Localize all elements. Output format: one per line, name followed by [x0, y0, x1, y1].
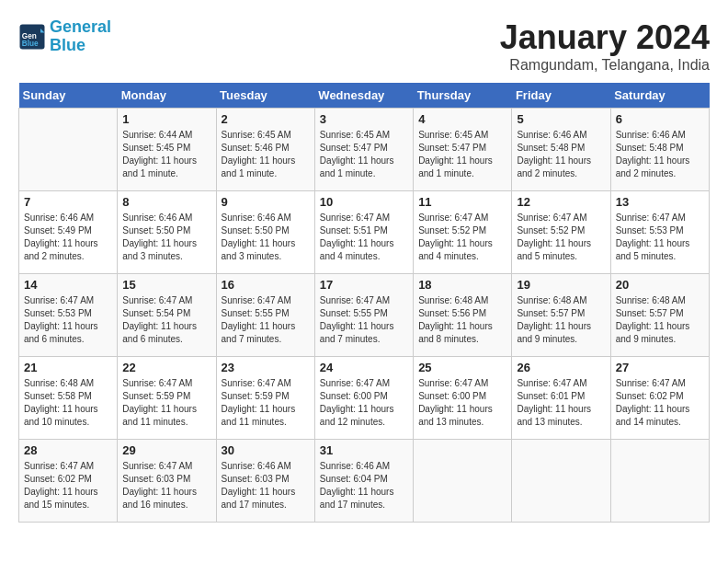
calendar-cell: 2Sunrise: 6:45 AM Sunset: 5:46 PM Daylig… — [216, 109, 314, 191]
calendar-cell: 28Sunrise: 6:47 AM Sunset: 6:02 PM Dayli… — [19, 440, 118, 523]
day-info: Sunrise: 6:46 AM Sunset: 5:50 PM Dayligh… — [222, 212, 310, 263]
day-number: 17 — [320, 278, 408, 292]
calendar-cell: 3Sunrise: 6:45 AM Sunset: 5:47 PM Daylig… — [314, 109, 413, 191]
day-number: 19 — [517, 278, 605, 292]
day-info: Sunrise: 6:46 AM Sunset: 5:49 PM Dayligh… — [24, 212, 112, 263]
day-info: Sunrise: 6:45 AM Sunset: 5:47 PM Dayligh… — [320, 129, 408, 180]
day-info: Sunrise: 6:47 AM Sunset: 5:53 PM Dayligh… — [24, 294, 112, 346]
day-number: 7 — [24, 195, 112, 209]
calendar-cell: 7Sunrise: 6:46 AM Sunset: 5:49 PM Daylig… — [19, 191, 118, 274]
calendar-week-row: 1Sunrise: 6:44 AM Sunset: 5:45 PM Daylig… — [19, 109, 710, 191]
logo: Gen Blue GeneralBlue — [18, 18, 111, 55]
calendar-cell: 5Sunrise: 6:46 AM Sunset: 5:48 PM Daylig… — [512, 109, 610, 191]
day-number: 11 — [418, 195, 506, 209]
day-number: 8 — [122, 195, 210, 209]
calendar-cell: 20Sunrise: 6:48 AM Sunset: 5:57 PM Dayli… — [610, 274, 709, 357]
day-info: Sunrise: 6:47 AM Sunset: 6:00 PM Dayligh… — [320, 377, 408, 429]
day-number: 14 — [24, 278, 112, 292]
calendar-cell: 26Sunrise: 6:47 AM Sunset: 6:01 PM Dayli… — [512, 357, 610, 440]
day-info: Sunrise: 6:44 AM Sunset: 5:45 PM Dayligh… — [122, 129, 210, 180]
day-number: 24 — [320, 361, 408, 374]
weekday-header: Monday — [118, 83, 216, 109]
calendar-table: SundayMondayTuesdayWednesdayThursdayFrid… — [18, 83, 710, 523]
day-number: 3 — [320, 112, 408, 126]
day-number: 28 — [24, 443, 112, 457]
day-info: Sunrise: 6:47 AM Sunset: 5:53 PM Dayligh… — [616, 212, 704, 263]
calendar-cell: 29Sunrise: 6:47 AM Sunset: 6:03 PM Dayli… — [118, 440, 216, 523]
title-block: January 2024 Ramgundam, Telangana, India — [500, 18, 710, 74]
logo-icon: Gen Blue — [18, 23, 46, 51]
weekday-header: Thursday — [414, 83, 512, 109]
page-header: Gen Blue GeneralBlue January 2024 Ramgun… — [18, 18, 710, 74]
svg-text:Blue: Blue — [22, 40, 39, 48]
calendar-cell: 22Sunrise: 6:47 AM Sunset: 5:59 PM Dayli… — [118, 357, 216, 440]
day-info: Sunrise: 6:48 AM Sunset: 5:57 PM Dayligh… — [616, 294, 704, 346]
day-number: 12 — [517, 195, 605, 209]
day-info: Sunrise: 6:47 AM Sunset: 6:03 PM Dayligh… — [122, 460, 210, 511]
calendar-cell: 19Sunrise: 6:48 AM Sunset: 5:57 PM Dayli… — [512, 274, 610, 357]
calendar-cell — [610, 440, 709, 523]
day-number: 16 — [222, 278, 310, 292]
day-number: 25 — [418, 361, 506, 374]
day-number: 9 — [222, 195, 310, 209]
day-number: 10 — [320, 195, 408, 209]
calendar-cell: 1Sunrise: 6:44 AM Sunset: 5:45 PM Daylig… — [118, 109, 216, 191]
day-number: 23 — [222, 361, 310, 374]
calendar-cell: 30Sunrise: 6:46 AM Sunset: 6:03 PM Dayli… — [216, 440, 314, 523]
day-info: Sunrise: 6:47 AM Sunset: 5:52 PM Dayligh… — [517, 212, 605, 263]
weekday-header: Tuesday — [216, 83, 314, 109]
calendar-cell: 15Sunrise: 6:47 AM Sunset: 5:54 PM Dayli… — [118, 274, 216, 357]
calendar-week-row: 28Sunrise: 6:47 AM Sunset: 6:02 PM Dayli… — [19, 440, 710, 523]
day-info: Sunrise: 6:46 AM Sunset: 5:50 PM Dayligh… — [122, 212, 210, 263]
calendar-cell: 12Sunrise: 6:47 AM Sunset: 5:52 PM Dayli… — [512, 191, 610, 274]
calendar-week-row: 14Sunrise: 6:47 AM Sunset: 5:53 PM Dayli… — [19, 274, 710, 357]
day-info: Sunrise: 6:47 AM Sunset: 5:51 PM Dayligh… — [320, 212, 408, 263]
calendar-cell — [512, 440, 610, 523]
calendar-cell: 18Sunrise: 6:48 AM Sunset: 5:56 PM Dayli… — [414, 274, 512, 357]
day-info: Sunrise: 6:46 AM Sunset: 6:04 PM Dayligh… — [320, 460, 408, 511]
day-info: Sunrise: 6:45 AM Sunset: 5:47 PM Dayligh… — [418, 129, 506, 180]
day-info: Sunrise: 6:48 AM Sunset: 5:56 PM Dayligh… — [418, 294, 506, 346]
calendar-cell: 8Sunrise: 6:46 AM Sunset: 5:50 PM Daylig… — [118, 191, 216, 274]
calendar-cell: 9Sunrise: 6:46 AM Sunset: 5:50 PM Daylig… — [216, 191, 314, 274]
day-info: Sunrise: 6:46 AM Sunset: 6:03 PM Dayligh… — [222, 460, 310, 511]
calendar-cell: 23Sunrise: 6:47 AM Sunset: 5:59 PM Dayli… — [216, 357, 314, 440]
day-info: Sunrise: 6:47 AM Sunset: 6:02 PM Dayligh… — [24, 460, 112, 511]
calendar-cell — [19, 109, 118, 191]
calendar-cell: 14Sunrise: 6:47 AM Sunset: 5:53 PM Dayli… — [19, 274, 118, 357]
calendar-cell: 11Sunrise: 6:47 AM Sunset: 5:52 PM Dayli… — [414, 191, 512, 274]
day-info: Sunrise: 6:47 AM Sunset: 5:54 PM Dayligh… — [122, 294, 210, 346]
day-info: Sunrise: 6:48 AM Sunset: 5:58 PM Dayligh… — [24, 377, 112, 429]
calendar-cell: 10Sunrise: 6:47 AM Sunset: 5:51 PM Dayli… — [314, 191, 413, 274]
calendar-cell: 24Sunrise: 6:47 AM Sunset: 6:00 PM Dayli… — [314, 357, 413, 440]
calendar-week-row: 7Sunrise: 6:46 AM Sunset: 5:49 PM Daylig… — [19, 191, 710, 274]
weekday-header-row: SundayMondayTuesdayWednesdayThursdayFrid… — [19, 83, 710, 109]
day-info: Sunrise: 6:47 AM Sunset: 5:55 PM Dayligh… — [222, 294, 310, 346]
calendar-cell: 4Sunrise: 6:45 AM Sunset: 5:47 PM Daylig… — [414, 109, 512, 191]
day-info: Sunrise: 6:47 AM Sunset: 6:00 PM Dayligh… — [418, 377, 506, 429]
calendar-cell: 13Sunrise: 6:47 AM Sunset: 5:53 PM Dayli… — [610, 191, 709, 274]
weekday-header: Saturday — [610, 83, 709, 109]
day-info: Sunrise: 6:45 AM Sunset: 5:46 PM Dayligh… — [222, 129, 310, 180]
day-info: Sunrise: 6:47 AM Sunset: 6:01 PM Dayligh… — [517, 377, 605, 429]
calendar-week-row: 21Sunrise: 6:48 AM Sunset: 5:58 PM Dayli… — [19, 357, 710, 440]
calendar-cell: 21Sunrise: 6:48 AM Sunset: 5:58 PM Dayli… — [19, 357, 118, 440]
day-number: 4 — [418, 112, 506, 126]
day-info: Sunrise: 6:46 AM Sunset: 5:48 PM Dayligh… — [616, 129, 704, 180]
day-number: 15 — [122, 278, 210, 292]
calendar-cell: 25Sunrise: 6:47 AM Sunset: 6:00 PM Dayli… — [414, 357, 512, 440]
day-number: 30 — [222, 443, 310, 457]
day-number: 29 — [122, 443, 210, 457]
day-number: 20 — [616, 278, 704, 292]
day-number: 27 — [616, 361, 704, 374]
day-number: 26 — [517, 361, 605, 374]
day-number: 2 — [222, 112, 310, 126]
day-info: Sunrise: 6:46 AM Sunset: 5:48 PM Dayligh… — [517, 129, 605, 180]
day-info: Sunrise: 6:47 AM Sunset: 5:59 PM Dayligh… — [222, 377, 310, 429]
day-info: Sunrise: 6:47 AM Sunset: 5:55 PM Dayligh… — [320, 294, 408, 346]
day-number: 13 — [616, 195, 704, 209]
day-number: 5 — [517, 112, 605, 126]
month-title: January 2024 — [500, 18, 710, 57]
calendar-cell: 16Sunrise: 6:47 AM Sunset: 5:55 PM Dayli… — [216, 274, 314, 357]
day-info: Sunrise: 6:48 AM Sunset: 5:57 PM Dayligh… — [517, 294, 605, 346]
